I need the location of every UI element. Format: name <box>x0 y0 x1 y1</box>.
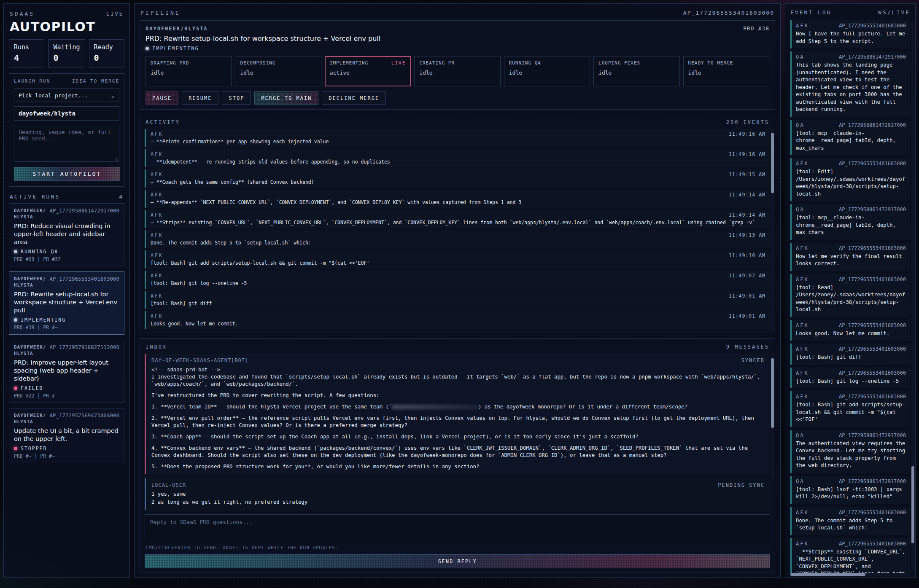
activity-text: — **Prints confirmation** per app showin… <box>151 139 765 145</box>
run-card-repo: DAYOFWEEK/HLYSTA <box>14 276 46 288</box>
event-agent: AFK <box>796 277 809 282</box>
main-panel: PIPELINE AP_1772965553401603000 DAYOFWEE… <box>134 3 781 578</box>
inbox-scrollbar[interactable] <box>771 353 774 480</box>
activity-scrollbar-thumb[interactable] <box>771 133 774 193</box>
send-reply-button[interactable]: SEND REPLY <box>145 554 770 568</box>
activity-text: — **Strips** existing `CONVEX_URL`, `NEX… <box>151 220 765 226</box>
run-card-selected[interactable]: DAYOFWEEK/HLYSTA AP_1772965553401603000 … <box>9 271 124 335</box>
inbox-scrollbar-thumb[interactable] <box>771 358 774 428</box>
activity-header: ACTIVITY 200 EVENTS <box>145 118 770 129</box>
activity-entry: AFK11:49:16 AM — **Prints confirmation**… <box>145 129 770 147</box>
pause-button[interactable]: PAUSE <box>146 91 178 105</box>
start-autopilot-button[interactable]: START AUTOPILOT <box>14 167 120 181</box>
activity-agent: AFK <box>151 192 163 198</box>
stat-ready: Ready 0 <box>89 39 124 67</box>
event-run-id: AP_1772965553401603000 <box>839 370 906 376</box>
activity-text: [tool: Bash] git log --oneline -5 <box>151 280 765 286</box>
bot-paragraph: I investigated the codebase and found th… <box>151 373 765 388</box>
autopilot-app: SDAAS LIVE AUTOPILOT Runs 4 Waiting 0 Re… <box>0 0 919 581</box>
event-text: [tool: Bash] git log --oneline -5 <box>796 378 906 385</box>
send-note: CMD/CTRL+ENTER TO SEND. DRAFT IS KEPT WH… <box>146 545 769 550</box>
event-run-id: AP_1772958861472917000 <box>839 54 906 60</box>
bot-question-4: 4. **Convex backend env vars** — the sha… <box>151 445 765 459</box>
event-agent: AFK <box>796 370 809 376</box>
stage-label: LOOPING FIXES <box>598 60 640 66</box>
run-card[interactable]: DAYOFWEEK/HLYSTA AP_1772958861472917000 … <box>9 203 124 266</box>
event-log-horizontal-thumb[interactable] <box>790 573 865 576</box>
activity-entry: AFK11:49:14 AM — **Re-appends** `NEXT_PU… <box>145 190 770 208</box>
event-run-id: AP_1772965553401603000 <box>839 394 906 400</box>
user-sender: LOCAL-USER <box>151 482 186 488</box>
run-card-title: Update the UI a bit, a bit cramped on th… <box>14 427 119 443</box>
event-run-id: AP_1772965553401603000 <box>839 161 906 166</box>
event-run-id: AP_1772958861472917000 <box>839 122 906 128</box>
decline-merge-button[interactable]: DECLINE MERGE <box>322 91 386 105</box>
project-select[interactable]: Pick local project... ⌄ <box>14 89 119 102</box>
event-run-id: AP_1772965553401603000 <box>839 541 906 547</box>
project-input[interactable] <box>14 106 119 121</box>
stage-creating-pr: CREATING PR idle <box>414 56 500 86</box>
bot-paragraph: I've restructured the PRD to cover rewri… <box>151 392 765 399</box>
status-dot <box>14 447 17 450</box>
pipeline-run-id: AP_1772965553401603000 <box>683 10 774 16</box>
activity-entry: AFK11:49:14 AM — **Strips** existing `CO… <box>145 210 770 228</box>
stat-ready-label: Ready <box>94 43 119 51</box>
activity-count: 200 EVENTS <box>726 119 769 125</box>
stage-decomposing: DECOMPOSING idle <box>235 56 321 86</box>
event-text: [tool: mcp__claude-in-chrome__read_page]… <box>796 214 906 236</box>
event-entry: AFKAP_1772965553401603000 — **Strips** e… <box>790 538 910 573</box>
run-card-id: AP_1772957918827112000 <box>49 344 119 357</box>
stage-label: CREATING PR <box>419 60 455 66</box>
event-log-scrollbar-thumb[interactable] <box>911 466 914 543</box>
event-entry: QAAP_1772958861472917000 The authenticat… <box>790 430 910 473</box>
event-run-id: AP_1772965553401603000 <box>839 510 906 516</box>
event-log-scrollbar[interactable] <box>911 21 914 571</box>
reply-textarea[interactable] <box>145 514 770 541</box>
event-entry: AFKAP_1772965553401603000 [tool: Bash] g… <box>790 344 910 365</box>
launch-run-title: LAUNCH RUN <box>14 78 50 84</box>
prd-seed-textarea[interactable] <box>14 125 119 162</box>
event-entry: AFKAP_1772965553401603000 Now let me ver… <box>790 243 910 271</box>
merge-to-main-button[interactable]: MERGE TO MAIN <box>254 91 318 105</box>
event-entry: AFKAP_1772965553401603000 [tool: Edit] /… <box>790 158 910 201</box>
activity-entry: AFK11:49:16 AM — **Idempotent** — re-run… <box>145 149 770 167</box>
event-text: Now I have the full picture. Let me add … <box>796 30 906 45</box>
bot-question-1: 1. **Vercel team ID** — should the hlyst… <box>151 403 765 411</box>
activity-list: AFK11:49:16 AM — **Prints confirmation**… <box>145 129 770 330</box>
stage-live-badge: LIVE <box>391 60 406 66</box>
event-entry: AFKAP_1772965553401603000 [tool: Bash] g… <box>790 391 910 427</box>
activity-text: [tool: Bash] git diff <box>151 301 765 306</box>
event-log-horizontal-scrollbar[interactable] <box>790 573 910 576</box>
resume-button[interactable]: RESUME <box>182 91 218 105</box>
stop-button[interactable]: STOP <box>222 91 251 105</box>
activity-timestamp: 11:49:16 AM <box>729 131 765 137</box>
activity-text: — **Coach gets the same config** (shared… <box>151 179 765 185</box>
stage-state: active <box>330 70 406 76</box>
run-card-status: RUNNING QA <box>14 249 119 255</box>
event-text: — **Strips** existing `CONVEX_URL`, `NEX… <box>796 548 906 573</box>
activity-timestamp: 11:49:02 AM <box>729 273 765 279</box>
run-card-meta: PRD #22 | PR #— <box>14 393 119 399</box>
status-label: FAILED <box>21 385 43 391</box>
event-agent: QA <box>796 478 804 484</box>
stage-state: idle <box>509 70 585 76</box>
pipeline-status: IMPLEMENTING <box>146 46 769 51</box>
event-entry: AFKAP_1772965553401603000 Done. The comm… <box>790 507 910 535</box>
run-card-status: STOPPED <box>14 446 119 451</box>
activity-agent: AFK <box>151 252 163 258</box>
run-card-id: AP_1772958861472917000 <box>49 207 119 220</box>
activity-text: Done. The commit adds Step 5 to `setup-l… <box>151 240 765 246</box>
run-card[interactable]: DAYOFWEEK/HLYSTA AP_1772957569473404000 … <box>9 408 124 463</box>
run-card-title: PRD: Rewrite setup-local.sh for workspac… <box>14 290 119 314</box>
run-card[interactable]: DAYOFWEEK/HLYSTA AP_1772957918827112000 … <box>9 340 124 403</box>
event-run-id: AP_1772958861472917000 <box>839 207 906 212</box>
q1-after: ) as the dayofweek-monorepo? Or is it un… <box>478 404 687 410</box>
activity-scrollbar[interactable] <box>771 129 774 330</box>
stage-state: idle <box>598 70 674 76</box>
pipeline-header: PIPELINE AP_1772965553401603000 <box>140 9 775 16</box>
page-title: AUTOPILOT <box>4 19 129 39</box>
event-agent: QA <box>796 432 804 438</box>
bot-sync-status: SYNCED <box>741 357 765 363</box>
activity-entry: AFK11:49:02 AM [tool: Bash] git log --on… <box>145 271 770 289</box>
event-agent: QA <box>796 54 804 60</box>
